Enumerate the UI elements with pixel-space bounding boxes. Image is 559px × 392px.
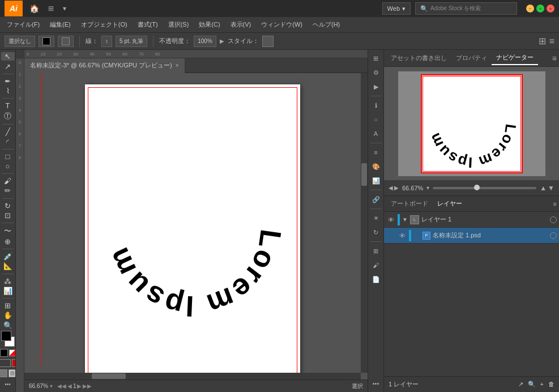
mini-tool-sync[interactable]: ↻: [370, 226, 382, 238]
nav-zoom-arrows[interactable]: ◀ ▶: [389, 185, 399, 191]
menu-effect[interactable]: 効果(C): [194, 18, 224, 31]
gradient-tool[interactable]: [9, 350, 16, 356]
tab-properties[interactable]: プロパティ: [451, 52, 492, 65]
mini-tool-link[interactable]: 🔗: [370, 193, 382, 206]
tab-navigator[interactable]: ナビゲーター: [492, 51, 538, 65]
search-layer-button[interactable]: 🔍: [528, 381, 536, 388]
menu-type[interactable]: 書式(T): [133, 18, 163, 31]
delete-layer-button[interactable]: 🗑: [548, 381, 554, 388]
horizontal-scrollbar[interactable]: [24, 373, 361, 380]
vertical-scrollbar[interactable]: [361, 73, 368, 373]
fg-bg-colors[interactable]: [0, 331, 16, 347]
arc-tool[interactable]: ◜: [1, 137, 15, 146]
document-tab[interactable]: 名称未設定-3* @ 66.67% (CMYK/GPU プレビュー) ×: [24, 58, 185, 73]
menu-help[interactable]: ヘルプ(H): [308, 18, 344, 31]
mini-tool-more[interactable]: •••: [370, 377, 382, 390]
menu-window[interactable]: ウィンドウ(W): [257, 18, 307, 31]
tab-layer[interactable]: レイヤー: [433, 197, 467, 210]
column-graph-tool[interactable]: 📊: [1, 287, 15, 295]
rectangle-tool[interactable]: □: [1, 152, 15, 160]
mini-tool-file[interactable]: 📄: [370, 273, 382, 286]
screen-mode-a[interactable]: [0, 359, 11, 367]
zoom-tool[interactable]: 🔍: [1, 321, 15, 330]
next-page-1[interactable]: ▶: [77, 383, 82, 389]
tab-close-button[interactable]: ×: [176, 62, 179, 69]
h-scroll-thumb[interactable]: [92, 373, 126, 379]
menu-object[interactable]: オブジェクト(O): [76, 18, 132, 31]
layer-target-1[interactable]: [550, 216, 557, 223]
measure-tool[interactable]: 📐: [1, 262, 15, 270]
screen-mode-b[interactable]: [12, 359, 16, 367]
ellipse-tool[interactable]: ○: [1, 162, 15, 171]
mini-more[interactable]: •••: [370, 377, 382, 390]
opacity-value[interactable]: 100%: [194, 36, 216, 47]
next-page[interactable]: ▶▶: [83, 383, 92, 389]
layer-eye-1[interactable]: 👁: [386, 215, 395, 224]
hand-tool[interactable]: ✋: [1, 311, 15, 319]
mini-tool-info[interactable]: ℹ: [370, 99, 382, 112]
symbol-sprayer-tool[interactable]: ⁂: [1, 276, 15, 285]
menu-view[interactable]: 表示(V): [226, 18, 256, 31]
rotate-tool[interactable]: ↻: [1, 201, 15, 210]
v-scroll-thumb[interactable]: [361, 163, 367, 186]
layer-target-2[interactable]: [550, 232, 557, 239]
mini-tool-circle[interactable]: ○: [370, 113, 382, 126]
layer-row-2[interactable]: 👁 P 名称未設定 1.psd: [384, 228, 559, 244]
paintbrush-tool[interactable]: 🖌: [1, 177, 15, 185]
options-menu-icon[interactable]: ⊞: [539, 36, 546, 46]
add-layer-button[interactable]: +: [540, 381, 544, 388]
options-more-icon[interactable]: ≡: [549, 36, 554, 46]
mini-tool-grid[interactable]: ⊞: [370, 245, 382, 257]
export-layer-button[interactable]: ↗: [518, 381, 523, 388]
fill-color[interactable]: [39, 36, 54, 47]
line-tool[interactable]: ╱: [1, 127, 15, 136]
draw-mode-2[interactable]: [8, 369, 16, 377]
mini-tool-A[interactable]: A: [370, 127, 382, 140]
menu-file[interactable]: ファイル(F): [2, 18, 44, 31]
mini-tool-settings[interactable]: ⚙: [370, 66, 382, 79]
mini-tool-chart[interactable]: 📊: [370, 174, 382, 187]
stroke-arrows[interactable]: ↕: [101, 36, 112, 47]
none-color[interactable]: [0, 349, 8, 357]
artboard-tool[interactable]: ⊞: [1, 301, 15, 310]
page-nav[interactable]: ◀◀ ◀ 1 ▶ ▶▶: [57, 383, 92, 389]
home-icon[interactable]: 🏠: [29, 4, 39, 13]
arrange-icon[interactable]: ⊞: [48, 5, 54, 12]
mini-tool-sun[interactable]: ☀: [370, 212, 382, 224]
foreground-color[interactable]: [1, 331, 11, 341]
layer-expand-1[interactable]: ▼: [402, 216, 408, 223]
minimize-button[interactable]: −: [526, 5, 534, 12]
mini-tool-lines[interactable]: ≡: [370, 146, 382, 159]
zoom-slider-thumb[interactable]: [474, 185, 480, 190]
menu-select[interactable]: 選択(S): [164, 18, 194, 31]
pen-tool[interactable]: ✒: [1, 76, 15, 85]
tab-assets[interactable]: アセットの書き出し: [386, 52, 451, 65]
warp-tool[interactable]: 〜: [1, 226, 15, 236]
prev-page-1[interactable]: ◀: [67, 383, 72, 389]
scroll-and-canvas[interactable]: Lorem Ipsum: [24, 73, 368, 380]
web-dropdown[interactable]: Web ▾: [382, 2, 411, 15]
layer-eye-2[interactable]: 👁: [398, 231, 407, 240]
layer-panel-menu[interactable]: ≡: [553, 201, 557, 207]
draw-mode[interactable]: [0, 369, 7, 377]
maximize-button[interactable]: +: [536, 5, 544, 12]
artboard[interactable]: Lorem Ipsum: [85, 84, 300, 373]
dropdown-icon[interactable]: ▾: [63, 5, 66, 12]
touch-type-tool[interactable]: Ⓣ: [1, 111, 15, 121]
nav-zoom-end[interactable]: ▲ ▼: [540, 184, 554, 192]
mini-tool-play[interactable]: ▶: [370, 80, 382, 93]
selection-tool[interactable]: ↖: [1, 52, 15, 61]
close-button[interactable]: ×: [547, 5, 554, 12]
menu-edit[interactable]: 編集(E): [45, 18, 75, 31]
width-tool[interactable]: ⊕: [1, 237, 15, 246]
type-tool[interactable]: T: [1, 101, 15, 110]
zoom-control[interactable]: 66.67% ▾: [29, 383, 53, 389]
adobe-stock-search[interactable]: 🔍 Adobe Stock を検索: [415, 2, 517, 15]
mini-tool-palette[interactable]: 🎨: [370, 160, 382, 173]
more-tools[interactable]: •••: [5, 381, 11, 387]
eyedropper-tool[interactable]: 💉: [1, 252, 15, 261]
stroke-type-dropdown[interactable]: 5 pt. 丸筆: [116, 36, 147, 47]
layer-row-1[interactable]: 👁 ▼ L レイヤー 1: [384, 212, 559, 228]
panel-menu-icon[interactable]: ≡: [552, 54, 557, 63]
scale-tool[interactable]: ⊡: [1, 211, 15, 220]
